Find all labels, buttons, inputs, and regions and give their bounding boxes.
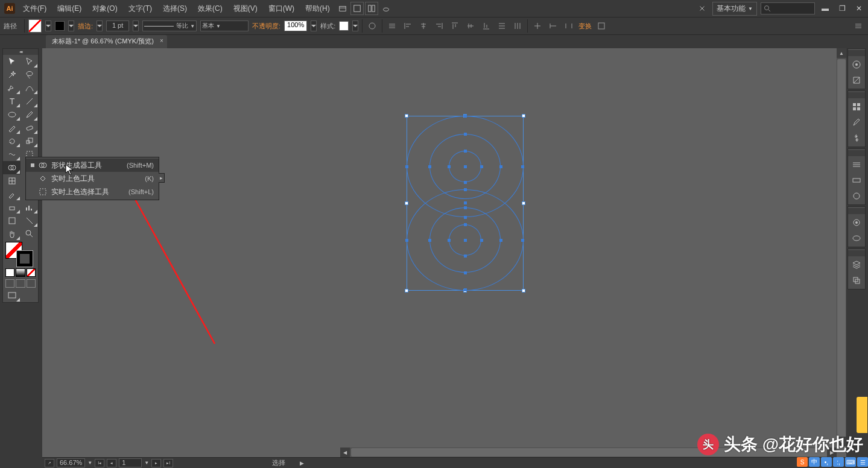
ime-lang-icon[interactable]: 中 (809, 457, 820, 467)
menu-select[interactable]: 选择(S) (158, 1, 192, 16)
align-top-icon[interactable] (449, 20, 461, 32)
bbox-handle-tl[interactable] (405, 114, 408, 118)
stroke-swatch[interactable] (55, 21, 65, 31)
transform-icon[interactable] (595, 20, 607, 32)
stroke-dropdown[interactable] (68, 21, 74, 31)
menu-type[interactable]: 文字(T) (124, 1, 157, 16)
align-bottom-icon[interactable] (480, 20, 492, 32)
align-menu-icon[interactable] (386, 20, 398, 32)
flyout-live-paint-selection[interactable]: 实时上色选择工具 (Shift+L) (26, 185, 159, 198)
selection-tool[interactable] (3, 55, 21, 68)
edit-similar-icon[interactable] (547, 20, 559, 32)
ime-sogou-icon[interactable]: S (797, 457, 808, 467)
bbox-handle-br[interactable] (522, 289, 525, 292)
flyout-shape-builder[interactable]: 形状生成器工具 (Shift+M) (26, 159, 159, 172)
stroke-panel-icon[interactable] (849, 157, 864, 172)
artboard-prev[interactable]: ◂ (107, 459, 116, 467)
window-close[interactable]: ✕ (852, 3, 866, 14)
ime-kb-icon[interactable]: ⌨ (845, 457, 856, 467)
distrib-h-icon[interactable] (512, 20, 524, 32)
window-restore[interactable]: ❐ (835, 3, 849, 14)
menu-file[interactable]: 文件(F) (18, 1, 51, 16)
panel-collapse-handle[interactable] (848, 150, 865, 156)
width-profile-dropdown[interactable]: 等比 ▼ (142, 21, 197, 31)
shape-builder-tool[interactable] (3, 161, 21, 174)
ime-menu-icon[interactable]: ☰ (857, 457, 868, 467)
fill-swatch[interactable] (28, 19, 42, 33)
width-tool[interactable] (3, 148, 21, 161)
menu-edit[interactable]: 编辑(E) (52, 1, 86, 16)
color-mode-gradient[interactable] (16, 268, 25, 277)
sync-icon[interactable] (695, 2, 709, 15)
menu-help[interactable]: 帮助(H) (300, 1, 335, 16)
flyout-tearoff-handle[interactable] (159, 173, 165, 183)
mesh-tool[interactable] (3, 174, 21, 188)
menu-effect[interactable]: 效果(C) (193, 1, 227, 16)
color-mode-none[interactable] (27, 268, 36, 277)
select-similar-icon[interactable] (563, 20, 575, 32)
recolor-icon[interactable] (366, 20, 378, 32)
stroke-weight-dropdown[interactable] (133, 21, 139, 31)
stroke-weight-field[interactable]: 1 pt (106, 21, 129, 31)
scroll-thumb-v[interactable] (837, 59, 846, 445)
opacity-dropdown[interactable] (311, 21, 317, 31)
bbox-handle-mr[interactable] (522, 201, 525, 205)
symbol-sprayer-tool[interactable] (3, 201, 21, 214)
cloud-icon[interactable] (379, 2, 393, 15)
brushes-panel-icon[interactable] (849, 115, 864, 130)
eyedropper-tool[interactable] (3, 188, 21, 201)
line-tool[interactable] (21, 95, 38, 108)
doc-arrange-icon[interactable] (350, 2, 364, 15)
transparency-panel-icon[interactable] (849, 189, 864, 203)
layers-panel-icon[interactable] (849, 258, 864, 272)
workspace-switcher[interactable]: 基本功能 ▼ (712, 2, 757, 16)
draw-inside-icon[interactable] (27, 279, 36, 288)
curvature-tool[interactable] (21, 81, 38, 95)
opacity-field[interactable]: 100% (284, 21, 307, 31)
scale-tool[interactable] (21, 134, 38, 148)
scroll-up-arrow[interactable]: ▲ (837, 48, 846, 58)
artboard-next[interactable]: ▸ (151, 459, 161, 467)
artboard-field[interactable]: 1 (119, 458, 142, 467)
canvas[interactable]: ▲ ▼ ◀ ▶ (42, 48, 846, 457)
distrib-v-icon[interactable] (496, 20, 508, 32)
pencil-tool[interactable] (3, 121, 21, 134)
opacity-label[interactable]: 不透明度: (252, 22, 280, 31)
canvas-scrollbar-vertical[interactable]: ▲ ▼ (837, 48, 846, 446)
artboards-panel-icon[interactable] (849, 273, 864, 288)
appearance-panel-icon[interactable] (849, 215, 864, 230)
color-panel-icon[interactable] (849, 57, 864, 72)
menu-window[interactable]: 窗口(W) (264, 1, 299, 16)
bbox-handle-tr[interactable] (522, 114, 525, 118)
panel-collapse-handle[interactable] (848, 208, 865, 214)
paintbrush-tool[interactable] (21, 108, 38, 121)
menu-view[interactable]: 视图(V) (229, 1, 262, 16)
isolate-icon[interactable] (531, 20, 543, 32)
pen-tool[interactable] (3, 81, 21, 95)
direct-selection-tool[interactable] (21, 55, 38, 68)
screen-mode[interactable] (3, 289, 21, 302)
brush-definition-dropdown[interactable]: 基本 ▼ (200, 21, 249, 31)
menu-object[interactable]: 对象(O) (87, 1, 122, 16)
status-share-icon[interactable]: ↗ (45, 459, 54, 467)
align-vcenter-icon[interactable] (464, 20, 477, 32)
color-guide-panel-icon[interactable] (849, 73, 864, 87)
graphic-style-swatch[interactable] (339, 21, 349, 31)
eraser-tool[interactable] (21, 121, 38, 134)
draw-behind-icon[interactable] (16, 279, 25, 288)
panel-collapse-handle[interactable] (848, 92, 865, 98)
control-flyout-icon[interactable] (852, 20, 864, 32)
window-minimize[interactable]: ▬ (819, 3, 832, 14)
align-hcenter-icon[interactable] (417, 20, 429, 32)
document-tab[interactable]: 未标题-1* @ 66.67% (CMYK/预览) × (46, 35, 167, 48)
gradient-panel-icon[interactable] (849, 173, 864, 188)
type-tool[interactable]: T (3, 95, 21, 108)
tools-collapse-handle[interactable] (3, 49, 38, 55)
bridge-icon[interactable] (336, 2, 349, 15)
ime-punct-icon[interactable]: •, (821, 457, 832, 467)
zoom-field[interactable]: 66.67% (57, 458, 85, 467)
artboard-first[interactable]: I◂ (95, 459, 104, 467)
align-right-icon[interactable] (433, 20, 445, 32)
doc-arrange2-icon[interactable] (365, 2, 378, 15)
close-tab-icon[interactable]: × (160, 37, 163, 44)
